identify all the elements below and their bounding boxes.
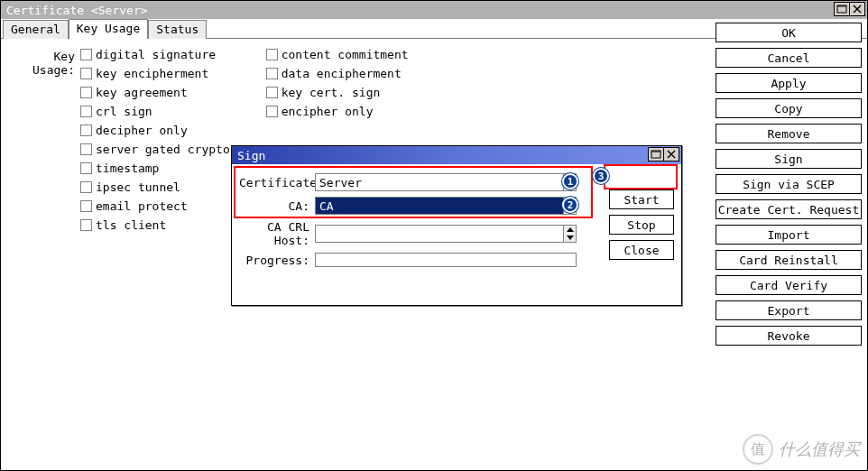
ok-button[interactable]: OK [716,23,862,42]
key-usage-label: Key Usage: [8,48,80,232]
certificate-field[interactable] [315,173,564,191]
checkbox-icon[interactable] [80,219,92,231]
watermark-icon: 值 [743,434,773,465]
window-title: Certificate <Server> [6,4,148,17]
checkbox-label: encipher only [282,105,374,118]
checkbox-label: email protect [96,199,188,213]
sign-dialog: Sign Certificate: 1 CA: [231,145,682,306]
key-usage-checkbox[interactable]: key cert. sign [266,86,409,99]
checkbox-icon[interactable] [80,162,92,174]
key-usage-checkbox[interactable]: data encipherment [266,67,409,80]
checkbox-label: digital signature [96,48,216,61]
key-usage-checkbox[interactable]: timestamp [80,162,230,175]
annotation-badge-2: 2 [562,197,578,213]
key-usage-checkbox[interactable]: email protect [80,199,230,213]
svg-marker-12 [567,227,574,232]
key-usage-checkbox[interactable]: ipsec tunnel [80,180,230,194]
start-button[interactable]: Start [609,189,674,209]
ca-crl-host-field[interactable] [315,225,564,243]
ca-crl-host-spinner[interactable] [564,225,577,243]
close-button[interactable]: Close [609,240,674,260]
key-usage-checkbox[interactable]: server gated crypto [80,143,230,156]
checkbox-icon[interactable] [80,106,92,117]
watermark-text: 什么值得买 [779,439,860,460]
ca-field[interactable] [315,197,564,215]
progress-bar [315,253,577,267]
checkbox-icon[interactable] [266,68,278,79]
checkbox-icon[interactable] [266,49,278,60]
checkbox-label: server gated crypto [96,143,230,156]
progress-label: Progress: [239,254,315,267]
import-button[interactable]: Import [716,225,862,245]
export-button[interactable]: Export [716,300,862,320]
checkbox-label: tls client [96,218,166,232]
apply-button[interactable]: Apply [716,73,862,93]
copy-button[interactable]: Copy [716,98,862,118]
sign-dialog-title: Sign [237,149,265,162]
certificate-label: Certificate: [239,176,315,189]
stop-button[interactable]: Stop [609,215,674,235]
sign-via-scep-button[interactable]: Sign via SCEP [716,174,862,194]
cancel-button[interactable]: Cancel [716,48,862,68]
card-reinstall-button[interactable]: Card Reinstall [716,250,862,270]
checkbox-icon[interactable] [80,143,92,155]
checkbox-icon[interactable] [80,49,92,60]
revoke-button[interactable]: Revoke [716,326,862,346]
annotation-badge-1: 1 [562,173,578,189]
key-usage-checkbox[interactable]: key agreement [80,86,230,99]
checkbox-label: timestamp [96,162,159,175]
checkbox-label: crl sign [96,105,152,118]
key-usage-checkbox[interactable]: crl sign [80,105,230,118]
checkbox-icon[interactable] [80,200,92,212]
sign-dialog-close-button[interactable] [663,147,679,162]
checkbox-label: key cert. sign [282,86,381,99]
checkbox-label: ipsec tunnel [96,180,180,194]
checkbox-label: key encipherment [96,67,208,80]
checkbox-icon[interactable] [80,68,92,79]
checkbox-icon[interactable] [80,87,92,98]
tab-key-usage[interactable]: Key Usage [69,19,148,39]
annotation-badge-3: 3 [593,168,609,184]
tab-general[interactable]: General [3,20,69,39]
sign-button[interactable]: Sign [716,149,862,169]
key-usage-checkbox[interactable]: decipher only [80,124,230,137]
window-titlebar: Certificate <Server> [1,1,867,19]
watermark: 值 什么值得买 [743,434,860,465]
create-cert-request-button[interactable]: Create Cert. Request [716,199,862,219]
chevron-down-icon[interactable] [564,234,576,242]
svg-marker-13 [567,236,574,240]
sign-dialog-maximize-button[interactable] [648,147,664,162]
tab-status[interactable]: Status [148,20,207,39]
checkbox-label: key agreement [96,86,188,99]
checkbox-icon[interactable] [266,106,278,117]
key-usage-checkbox[interactable]: key encipherment [80,67,230,80]
checkbox-icon[interactable] [266,87,278,98]
remove-button[interactable]: Remove [716,124,862,143]
ca-label: CA: [239,199,315,213]
checkbox-label: decipher only [96,124,188,137]
action-panel: OK Cancel Apply Copy Remove Sign Sign vi… [716,23,862,346]
checkbox-icon[interactable] [80,181,92,193]
checkbox-label: data encipherment [282,67,402,80]
card-verify-button[interactable]: Card Verify [716,275,862,295]
key-usage-checkbox[interactable]: digital signature [80,48,230,61]
checkbox-icon[interactable] [80,125,92,136]
key-usage-checkbox[interactable]: encipher only [266,105,409,118]
chevron-up-icon[interactable] [564,226,576,234]
key-usage-checkbox[interactable]: content commitment [266,48,409,61]
key-usage-checkbox[interactable]: tls client [80,218,230,232]
close-button[interactable] [849,2,865,16]
ca-crl-host-label: CA CRL Host: [239,220,315,247]
checkbox-label: content commitment [282,48,409,61]
maximize-button[interactable] [834,2,850,16]
sign-dialog-titlebar: Sign [232,146,681,164]
